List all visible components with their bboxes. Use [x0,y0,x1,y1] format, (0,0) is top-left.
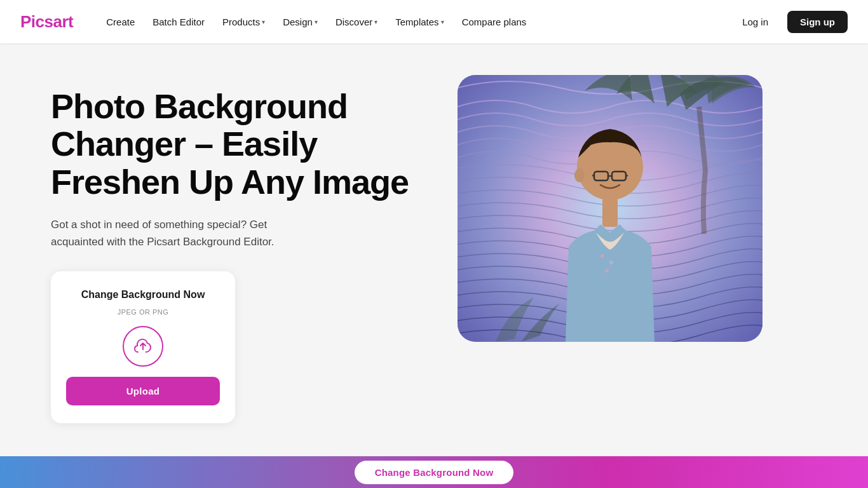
hero-title: Photo Background Changer – Easily Freshe… [51,88,419,201]
svg-point-10 [574,168,585,182]
logo[interactable]: Picsart [20,12,73,32]
upload-cloud-icon [132,336,154,357]
hero-section: Photo Background Changer – Easily Freshe… [0,43,868,488]
chevron-down-icon: ▾ [441,18,444,25]
nav-item-templates[interactable]: Templates ▾ [388,11,451,32]
chevron-down-icon: ▾ [315,18,318,25]
hero-content-left: Photo Background Changer – Easily Freshe… [51,88,419,423]
nav-label-products: Products [222,17,260,27]
svg-point-8 [609,261,613,264]
nav-label-batch-editor: Batch Editor [153,17,205,27]
nav-label-design: Design [283,17,313,27]
svg-rect-11 [602,198,618,227]
nav-label-create: Create [106,17,135,27]
nav-item-batch-editor[interactable]: Batch Editor [145,11,212,32]
chevron-down-icon: ▾ [262,18,265,25]
nav-item-compare-plans[interactable]: Compare plans [454,11,534,32]
hero-image [458,75,763,342]
upload-button[interactable]: Upload [66,377,220,405]
svg-point-7 [600,254,604,258]
nav-label-compare-plans: Compare plans [462,17,527,27]
chevron-down-icon: ▾ [374,18,377,25]
svg-line-6 [626,175,628,176]
nav-links: Create Batch Editor Products ▾ Design ▾ … [98,11,731,32]
hero-image-area [458,75,763,342]
bottom-bar: Change Background Now [0,456,868,488]
nav-item-discover[interactable]: Discover ▾ [328,11,385,32]
nav-right: Log in Sign up [731,11,848,33]
upload-card-subtitle: JPEG or PNG [118,308,169,316]
nav-item-design[interactable]: Design ▾ [275,11,325,32]
nav-label-templates: Templates [395,17,438,27]
login-button[interactable]: Log in [731,11,780,33]
upload-icon-circle [123,326,163,367]
background-visual [458,75,763,342]
svg-line-5 [592,175,594,176]
upload-card-title: Change Background Now [81,289,205,301]
navbar: Picsart Create Batch Editor Products ▾ D… [0,0,868,43]
svg-point-9 [605,269,609,273]
hero-subtitle: Got a shot in need of something special?… [51,216,318,250]
upload-card: Change Background Now JPEG or PNG Upload [51,271,235,423]
nav-item-products[interactable]: Products ▾ [215,11,273,32]
nav-label-discover: Discover [336,17,372,27]
nav-item-create[interactable]: Create [98,11,142,32]
signup-button[interactable]: Sign up [787,11,848,33]
bottom-cta-button[interactable]: Change Background Now [355,461,514,484]
